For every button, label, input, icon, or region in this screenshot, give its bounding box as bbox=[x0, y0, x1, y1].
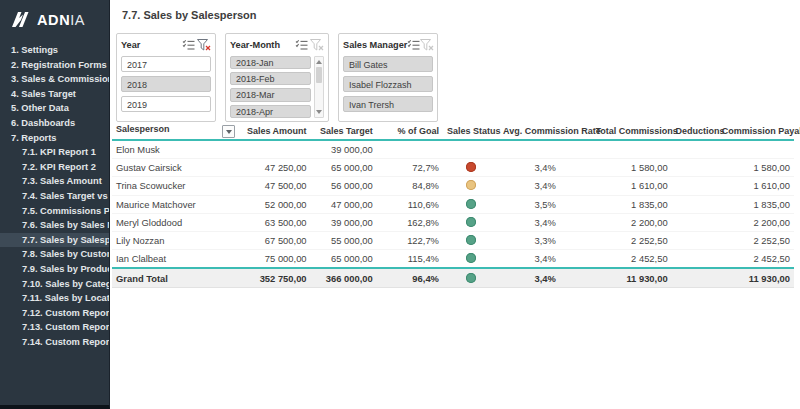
total-commissions-cell: 1 580,00 bbox=[591, 159, 671, 177]
sales-status-cell bbox=[443, 177, 499, 195]
status-dot-green bbox=[466, 217, 476, 227]
sidebar: ADNIA 1. Settings2. Registration Forms3.… bbox=[0, 0, 110, 409]
column-header-sales-amount: Sales Amount bbox=[240, 123, 310, 140]
slicer-item-bill-gates[interactable]: Bill Gates bbox=[343, 56, 433, 72]
total-commissions-cell: 1 610,00 bbox=[591, 177, 671, 195]
commission-payable-cell: 2 200,00 bbox=[718, 213, 794, 231]
status-dot-green bbox=[466, 253, 476, 263]
sales-status-cell bbox=[443, 213, 499, 231]
sales-amount-cell: 75 000,00 bbox=[240, 250, 310, 269]
table-row: Maurice Matchover52 000,0047 000,00110,6… bbox=[112, 195, 794, 213]
scroll-thumb[interactable] bbox=[316, 67, 322, 83]
sidebar-item-7-5-commissions-payable[interactable]: 7.5. Commissions Payable bbox=[0, 204, 109, 219]
sidebar-item-3-sales-commissions[interactable]: 3. Sales & Commissions bbox=[0, 72, 109, 87]
commission-payable-cell: 2 252,50 bbox=[718, 231, 794, 249]
of-goal-cell: 84,8% bbox=[377, 177, 443, 195]
sales-status-cell bbox=[443, 159, 499, 177]
avg-commission-rate-cell bbox=[499, 140, 591, 159]
column-header-label: Salesperson bbox=[116, 124, 170, 134]
column-header-label: Sales Status bbox=[447, 126, 501, 136]
multiselect-icon[interactable] bbox=[294, 39, 309, 51]
scroll-up-icon[interactable] bbox=[315, 58, 323, 66]
status-dot-green bbox=[466, 235, 476, 245]
status-dot-green bbox=[466, 273, 476, 283]
sales-target-cell: 56 000,00 bbox=[311, 177, 377, 195]
table-row: Ian Clalbeat75 000,0065 000,00115,4%3,4%… bbox=[112, 250, 794, 269]
sidebar-menu: 1. Settings2. Registration Forms3. Sales… bbox=[0, 43, 109, 349]
slicer-item-isabel-flozzash[interactable]: Isabel Flozzash bbox=[343, 76, 433, 92]
logo: ADNIA bbox=[0, 0, 109, 28]
sidebar-item-7-10-sales-by-category[interactable]: 7.10. Sales by Category bbox=[0, 277, 109, 292]
slicer-body: 2018-Jan2018-Feb2018-Mar2018-Apr bbox=[230, 56, 324, 118]
column-header-salesperson: Salesperson bbox=[112, 123, 240, 140]
column-header-label: Total Commissions bbox=[595, 126, 677, 136]
of-goal-cell bbox=[377, 140, 443, 159]
column-header-label: % of Goal bbox=[397, 126, 439, 136]
avg-commission-rate-cell: 3,4% bbox=[499, 268, 591, 287]
commission-payable-cell: 1 835,00 bbox=[718, 195, 794, 213]
sidebar-item-7-12-custom-report-1[interactable]: 7.12. Custom Report 1 bbox=[0, 306, 109, 321]
sales-target-cell: 65 000,00 bbox=[311, 159, 377, 177]
sidebar-item-1-settings[interactable]: 1. Settings bbox=[0, 43, 109, 58]
sidebar-item-7-2-kpi-report-2[interactable]: 7.2. KPI Report 2 bbox=[0, 160, 109, 175]
column-header-total-commissions: Total Commissions bbox=[591, 123, 671, 140]
sidebar-item-7-14-custom-report-3[interactable]: 7.14. Custom Report 3 bbox=[0, 335, 109, 350]
slicer-item-2017[interactable]: 2017 bbox=[121, 56, 211, 72]
slicer-item-list: 201720182019 bbox=[121, 56, 211, 118]
sidebar-item-7-8-sales-by-customers[interactable]: 7.8. Sales by Customers bbox=[0, 247, 109, 262]
of-goal-cell: 122,7% bbox=[377, 231, 443, 249]
multiselect-icon[interactable] bbox=[181, 39, 196, 51]
scroll-down-icon[interactable] bbox=[315, 108, 323, 116]
sidebar-item-7-6-sales-by-sales-manager[interactable]: 7.6. Sales by Sales Manager bbox=[0, 218, 109, 233]
clear-filter-icon[interactable] bbox=[309, 39, 324, 51]
sidebar-item-7-13-custom-report-2[interactable]: 7.13. Custom Report 2 bbox=[0, 320, 109, 335]
total-commissions-cell: 2 200,00 bbox=[591, 213, 671, 231]
slicer-title: Year-Month bbox=[230, 40, 294, 50]
slicer-year-month: Year-Month2018-Jan2018-Feb2018-Mar2018-A… bbox=[225, 33, 329, 122]
deductions-cell bbox=[672, 250, 718, 269]
column-header-label: Sales Target bbox=[320, 126, 373, 136]
clear-filter-icon[interactable] bbox=[420, 39, 434, 51]
slicer-item-2018-jan[interactable]: 2018-Jan bbox=[230, 56, 311, 69]
sidebar-item-2-registration-forms[interactable]: 2. Registration Forms bbox=[0, 58, 109, 73]
slicer-item-2018-apr[interactable]: 2018-Apr bbox=[230, 105, 311, 118]
commission-payable-cell: 1 610,00 bbox=[718, 177, 794, 195]
autofilter-dropdown-button[interactable] bbox=[222, 125, 235, 138]
slicer-item-2018[interactable]: 2018 bbox=[121, 76, 211, 92]
slicer-scrollbar[interactable] bbox=[314, 56, 324, 118]
column-header-commission-payable: Commission Payable bbox=[718, 123, 794, 140]
sidebar-item-7-4-sales-target-vs-actual[interactable]: 7.4. Sales Target vs Actual bbox=[0, 189, 109, 204]
clear-filter-icon[interactable] bbox=[196, 39, 211, 51]
avg-commission-rate-cell: 3,4% bbox=[499, 177, 591, 195]
slicer-item-2018-mar[interactable]: 2018-Mar bbox=[230, 88, 311, 101]
sidebar-item-7-3-sales-amount[interactable]: 7.3. Sales Amount bbox=[0, 174, 109, 189]
multiselect-icon[interactable] bbox=[407, 39, 420, 51]
column-header-of-goal: % of Goal bbox=[377, 123, 443, 140]
of-goal-cell: 96,4% bbox=[377, 268, 443, 287]
salesperson-cell: Meryl Gloddood bbox=[112, 213, 240, 231]
sidebar-item-7-9-sales-by-products[interactable]: 7.9. Sales by Products bbox=[0, 262, 109, 277]
avg-commission-rate-cell: 3,4% bbox=[499, 213, 591, 231]
slicer-header: Sales Manager bbox=[343, 37, 433, 52]
slicer-item-2019[interactable]: 2019 bbox=[121, 96, 211, 112]
salesperson-cell: Trina Scowucker bbox=[112, 177, 240, 195]
of-goal-cell: 162,8% bbox=[377, 213, 443, 231]
sales-status-cell bbox=[443, 195, 499, 213]
table-row: Trina Scowucker47 500,0056 000,0084,8%3,… bbox=[112, 177, 794, 195]
sidebar-item-7-11-sales-by-location[interactable]: 7.11. Sales by Location bbox=[0, 291, 109, 306]
column-header-label: Deductions bbox=[676, 126, 725, 136]
deductions-cell bbox=[672, 268, 718, 287]
slicer-item-2018-feb[interactable]: 2018-Feb bbox=[230, 72, 311, 85]
sidebar-item-7-7-sales-by-salesperson[interactable]: 7.7. Sales by Salesperson bbox=[0, 233, 109, 248]
sidebar-item-7-1-kpi-report-1[interactable]: 7.1. KPI Report 1 bbox=[0, 145, 109, 160]
sidebar-item-6-dashboards[interactable]: 6. Dashboards bbox=[0, 116, 109, 131]
sidebar-item-5-other-data[interactable]: 5. Other Data bbox=[0, 101, 109, 116]
sales-amount-cell: 52 000,00 bbox=[240, 195, 310, 213]
slicer-item-ivan-trersh[interactable]: Ivan Trersh bbox=[343, 96, 433, 112]
sidebar-item-4-sales-target[interactable]: 4. Sales Target bbox=[0, 87, 109, 102]
table-row: Meryl Gloddood63 500,0039 000,00162,8%3,… bbox=[112, 213, 794, 231]
of-goal-cell: 115,4% bbox=[377, 250, 443, 269]
salesperson-cell: Maurice Matchover bbox=[112, 195, 240, 213]
sidebar-item-7-reports[interactable]: 7. Reports bbox=[0, 131, 109, 146]
column-header-sales-status: Sales Status bbox=[443, 123, 499, 140]
